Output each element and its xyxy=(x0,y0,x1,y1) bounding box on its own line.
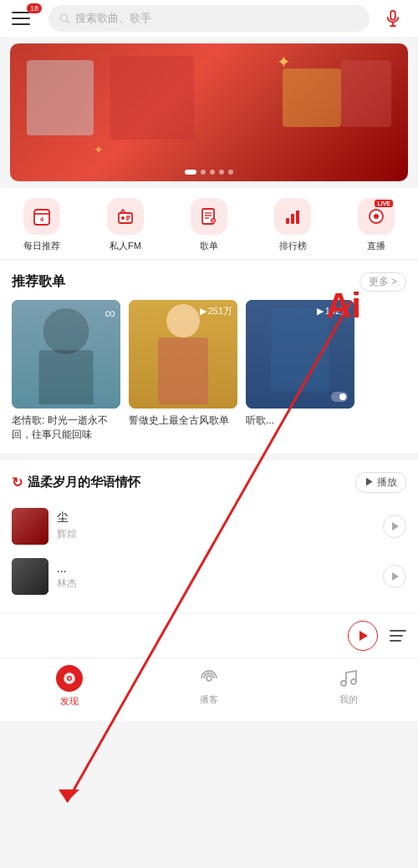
song-item-2[interactable]: ... 林杰 xyxy=(12,551,406,602)
banner-inner: ✦ ✦ xyxy=(10,43,408,181)
podcast-icon xyxy=(199,668,219,688)
refresh-icon[interactable]: ↻ xyxy=(12,475,23,490)
playlist-row: ∞ 老情歌: 时光一逝永不回，往事只能回味 ▶ 251万 xyxy=(0,300,418,454)
list-line-3 xyxy=(390,640,401,642)
search-bar[interactable]: 搜索歌曲、歌手 xyxy=(48,5,370,32)
quick-label-daily: 每日推荐 xyxy=(23,240,60,252)
svg-text:4: 4 xyxy=(40,216,44,223)
mic-icon xyxy=(384,9,402,28)
quick-menu: 4 每日推荐 私人FM xyxy=(0,188,418,259)
nav-item-mine[interactable]: 我的 xyxy=(278,667,418,706)
discover-logo-icon xyxy=(62,671,77,686)
nav-label-discover: 发现 xyxy=(60,695,79,708)
mini-playlist-button[interactable] xyxy=(390,630,406,642)
person-body xyxy=(39,350,94,404)
playlist-cover-3: ▶ 102万 xyxy=(246,300,354,409)
song-thumb-2 xyxy=(12,558,48,595)
quick-label-fm: 私人FM xyxy=(110,240,141,252)
playlist-name-1: 老情歌: 时光一逝永不回，往事只能回味 xyxy=(12,414,120,442)
quick-label-live: 直播 xyxy=(367,240,385,252)
quick-item-chart[interactable]: 排行榜 xyxy=(251,198,334,252)
song-info-2: ... 林杰 xyxy=(57,561,375,591)
anime-body xyxy=(158,338,208,404)
notification-badge: 18 xyxy=(27,3,42,13)
play-triangle-icon xyxy=(390,521,400,531)
svg-point-23 xyxy=(374,214,379,219)
song-title-2: ... xyxy=(57,561,375,575)
dot-1 xyxy=(185,170,196,175)
songs-section-title: 温柔岁月的华语情怀 xyxy=(28,475,140,490)
svg-point-29 xyxy=(69,677,71,679)
nav-item-discover[interactable]: 发现 xyxy=(0,665,140,708)
svg-point-0 xyxy=(60,14,67,21)
svg-point-32 xyxy=(351,679,356,684)
nav-label-mine: 我的 xyxy=(339,693,358,706)
play-all-label: ▶ 播放 xyxy=(364,475,397,490)
dot-3 xyxy=(210,170,215,175)
svg-rect-8 xyxy=(119,213,132,223)
svg-marker-34 xyxy=(59,789,79,802)
search-placeholder-text: 搜索歌曲、歌手 xyxy=(75,11,151,26)
playlist-item-1[interactable]: ∞ 老情歌: 时光一逝永不回，往事只能回味 xyxy=(12,300,120,442)
loop-tag: ∞ xyxy=(104,305,115,322)
playlist-name-3: 听歌... xyxy=(246,414,354,428)
song-sub-2: 林杰 xyxy=(57,576,375,591)
svg-line-1 xyxy=(67,21,69,23)
quick-item-fm[interactable]: 私人FM xyxy=(84,198,167,252)
svg-point-31 xyxy=(341,681,346,686)
svg-point-30 xyxy=(206,676,212,681)
quick-item-live[interactable]: LIVE 直播 xyxy=(334,198,418,252)
quick-label-playlist: 歌单 xyxy=(200,240,218,252)
playlist-item-3[interactable]: ▶ 102万 听歌... xyxy=(246,300,354,442)
radio-icon xyxy=(115,206,135,226)
recommended-title: 推荐歌单 xyxy=(12,273,65,291)
dot-4 xyxy=(219,170,224,175)
more-button[interactable]: 更多 > xyxy=(359,272,406,292)
songs-title: ↻ 温柔岁月的华语情怀 xyxy=(12,475,140,490)
chart-icon xyxy=(283,206,303,226)
banner[interactable]: ✦ ✦ xyxy=(10,43,408,181)
svg-marker-25 xyxy=(392,572,399,581)
mic-button[interactable] xyxy=(380,5,406,32)
recommended-header: 推荐歌单 更多 > xyxy=(0,261,418,300)
sparkle-decoration-2: ✦ xyxy=(94,143,104,156)
player-bar xyxy=(0,613,418,657)
toggle-icon xyxy=(331,392,348,402)
playlist-item-2[interactable]: ▶ 251万 誓做史上最全古风歌单 xyxy=(129,300,237,442)
bottom-nav: 发现 播客 我的 xyxy=(0,657,418,721)
nav-item-radio[interactable]: 播客 xyxy=(140,667,279,706)
songs-section: ↻ 温柔岁月的华语情怀 ▶ 播放 尘 辉煌 xyxy=(0,460,418,613)
svg-text:®: ® xyxy=(212,219,216,224)
play-count-3: ▶ 102万 xyxy=(317,305,349,317)
songs-header: ↻ 温柔岁月的华语情怀 ▶ 播放 xyxy=(12,460,406,501)
play-all-button[interactable]: ▶ 播放 xyxy=(355,472,406,493)
music-note-icon xyxy=(339,668,359,688)
list-line-1 xyxy=(390,630,406,632)
playlist-icon: ® xyxy=(199,206,219,226)
playlist-cover-1: ∞ xyxy=(12,300,120,409)
play-triangle-icon-2 xyxy=(390,571,400,581)
cover-blur-3 xyxy=(271,308,329,392)
banner-dots xyxy=(185,170,233,175)
banner-pixel-mid xyxy=(283,69,341,127)
song-sub-1: 辉煌 xyxy=(57,527,375,541)
anime-head xyxy=(166,304,200,338)
quick-item-playlist[interactable]: ® 歌单 xyxy=(167,198,251,252)
quick-icon-playlist: ® xyxy=(191,198,227,235)
mini-play-button[interactable] xyxy=(348,621,378,651)
discover-icon xyxy=(56,665,83,692)
toggle-knob xyxy=(339,393,346,400)
song-play-button-2[interactable] xyxy=(383,565,406,588)
song-play-button-1[interactable] xyxy=(383,515,406,538)
svg-marker-26 xyxy=(359,631,368,641)
quick-icon-fm xyxy=(107,198,144,235)
nav-label-radio: 播客 xyxy=(200,693,218,706)
mini-play-icon xyxy=(357,630,369,642)
svg-marker-24 xyxy=(392,522,399,530)
song-thumb-1 xyxy=(12,508,48,545)
quick-item-daily[interactable]: 4 每日推荐 xyxy=(0,198,84,252)
banner-pixel-left xyxy=(27,60,94,135)
playlist-cover-2: ▶ 251万 xyxy=(129,300,237,409)
menu-button[interactable]: 18 xyxy=(12,5,38,32)
song-item-1[interactable]: 尘 辉煌 xyxy=(12,501,406,551)
